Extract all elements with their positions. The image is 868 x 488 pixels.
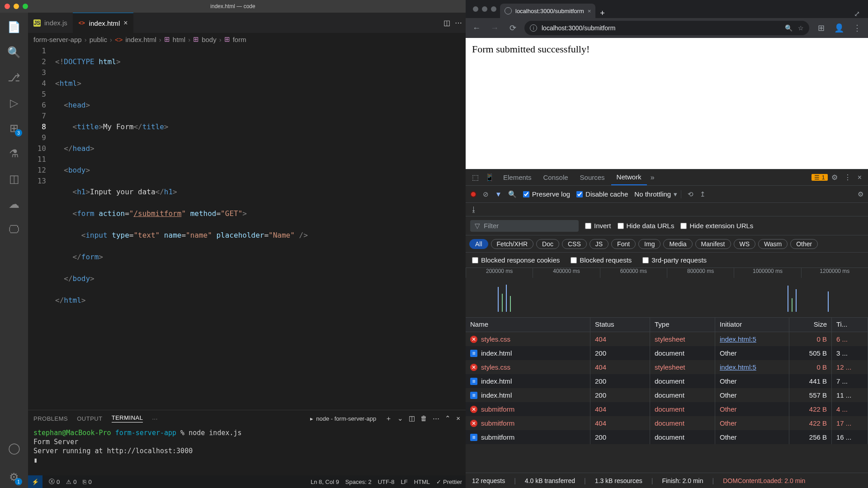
menu-icon[interactable]: ⋮ — [851, 23, 863, 33]
type-filter-other[interactable]: Other — [790, 239, 818, 249]
col-type[interactable]: Type — [650, 318, 715, 332]
table-row[interactable]: ✕submitform404documentOther422 B4 ... — [466, 402, 868, 416]
bookmark-icon[interactable]: ☆ — [798, 24, 804, 32]
network-conditions-icon[interactable]: ⟲ — [688, 190, 693, 198]
type-filter-js[interactable]: JS — [590, 239, 609, 249]
type-filter-all[interactable]: All — [469, 239, 488, 249]
table-row[interactable]: ≡index.html200documentOther557 B11 ... — [466, 388, 868, 402]
remote-indicator[interactable]: ⚡ — [28, 475, 42, 488]
database-icon[interactable]: ☁ — [3, 193, 25, 215]
settings-icon[interactable]: ⚙ — [829, 173, 840, 182]
download-icon[interactable]: ⭳ — [470, 206, 477, 214]
extensions-icon[interactable]: ⊞ — [815, 23, 827, 33]
encoding-info[interactable]: UTF-8 — [378, 479, 395, 485]
terminal-output[interactable]: stephan@MacBook-Pro form-server-app % no… — [28, 427, 466, 475]
type-filter-css[interactable]: CSS — [562, 239, 587, 249]
cursor-position[interactable]: Ln 8, Col 9 — [311, 479, 339, 485]
eol-info[interactable]: LF — [401, 479, 408, 485]
panel-tab-problems[interactable]: PROBLEMS — [33, 415, 68, 422]
code-content[interactable]: <!DOCTYPE html> <html> <head> <title>My … — [55, 46, 466, 410]
close-panel-icon[interactable]: × — [456, 414, 460, 423]
minimize-window-icon[interactable] — [14, 4, 19, 9]
col-size[interactable]: Size — [789, 318, 832, 332]
settings-icon[interactable]: ⚙1 — [3, 466, 25, 488]
hide-data-urls-checkbox[interactable]: Hide data URLs — [618, 222, 675, 230]
type-filter-img[interactable]: Img — [638, 239, 660, 249]
new-tab-button[interactable]: + — [595, 9, 609, 18]
errors-count[interactable]: ⓧ 0 — [49, 478, 60, 486]
type-filter-ws[interactable]: WS — [734, 239, 756, 249]
tab-index-html[interactable]: <> index.html × — [73, 13, 133, 33]
browser-tab[interactable]: localhost:3000/submitform × — [500, 4, 595, 18]
more-icon[interactable]: ⋯ — [433, 414, 439, 423]
table-row[interactable]: ≡index.html200documentOther441 B7 ... — [466, 374, 868, 388]
language-mode[interactable]: HTML — [414, 479, 430, 485]
third-party-checkbox[interactable]: 3rd-party requests — [642, 256, 707, 264]
run-debug-icon[interactable]: ▷ — [3, 92, 25, 114]
maximize-window-icon[interactable] — [491, 6, 496, 12]
minimize-window-icon[interactable] — [482, 6, 487, 12]
forward-button[interactable]: → — [488, 23, 501, 33]
disable-cache-checkbox[interactable]: Disable cache — [576, 190, 628, 198]
split-editor-icon[interactable]: ◫ — [443, 19, 450, 27]
more-tabs-icon[interactable]: » — [648, 174, 657, 182]
more-actions-icon[interactable]: ⋯ — [455, 19, 462, 27]
col-name[interactable]: Name — [466, 318, 590, 332]
breadcrumb-item[interactable]: index.html — [125, 36, 156, 43]
trash-icon[interactable]: 🗑 — [420, 414, 427, 423]
device-toggle-icon[interactable]: 📱 — [482, 173, 497, 182]
issues-badge[interactable]: ☰ 1 — [811, 174, 827, 181]
network-timeline[interactable]: 200000 ms400000 ms600000 ms800000 ms1000… — [466, 268, 868, 318]
table-header[interactable]: Name Status Type Initiator Size Ti... — [466, 318, 868, 332]
address-bar[interactable]: i localhost:3000/submitform 🔍 ☆ — [524, 21, 809, 35]
network-settings-icon[interactable]: ⚙ — [858, 190, 863, 198]
type-filter-font[interactable]: Font — [611, 239, 636, 249]
table-row[interactable]: ✕styles.css404stylesheetindex.html:50 B1… — [466, 360, 868, 374]
breadcrumb-item[interactable]: form-server-app — [33, 36, 82, 43]
extensions-icon[interactable]: ⊞3 — [3, 117, 25, 139]
terminal-selector[interactable]: ▸ node - form-server-app — [310, 415, 376, 422]
panel-tab-output[interactable]: OUTPUT — [77, 415, 102, 422]
close-window-icon[interactable] — [5, 4, 10, 9]
blocked-requests-checkbox[interactable]: Blocked requests — [571, 256, 632, 264]
code-editor[interactable]: 1234 5678 910111213 <!DOCTYPE html> <htm… — [28, 46, 466, 410]
breadcrumb-item[interactable]: form — [233, 36, 246, 43]
type-filter-media[interactable]: Media — [663, 239, 692, 249]
inspect-icon[interactable]: ⬚ — [469, 173, 481, 182]
warnings-count[interactable]: ⚠ 0 — [66, 479, 76, 485]
close-tab-icon[interactable]: × — [588, 8, 591, 14]
tab-sources[interactable]: Sources — [575, 169, 610, 185]
tab-index-js[interactable]: JS index.js — [28, 13, 73, 33]
hide-ext-urls-checkbox[interactable]: Hide extension URLs — [680, 222, 753, 230]
throttling-select[interactable]: No throttling ▾ — [634, 190, 681, 198]
source-control-icon[interactable]: ⎇ — [3, 67, 25, 89]
invert-checkbox[interactable]: Invert — [585, 222, 611, 230]
record-button[interactable] — [470, 191, 476, 197]
import-icon[interactable]: ↥ — [700, 190, 706, 198]
split-terminal-icon[interactable]: ◫ — [409, 414, 415, 423]
type-filter-doc[interactable]: Doc — [536, 239, 559, 249]
ports-count[interactable]: ⎘ 0 — [83, 479, 91, 485]
table-row[interactable]: ≡index.html200documentOther505 B3 ... — [466, 346, 868, 360]
expand-icon[interactable]: ⤢ — [849, 9, 864, 18]
site-info-icon[interactable]: i — [530, 24, 537, 32]
mac-traffic-lights[interactable] — [469, 6, 500, 12]
col-time[interactable]: Ti... — [832, 318, 868, 332]
zoom-icon[interactable]: 🔍 — [785, 24, 793, 32]
tab-console[interactable]: Console — [538, 169, 574, 185]
chevron-up-icon[interactable]: ⌃ — [445, 414, 451, 423]
search-icon[interactable]: 🔍 — [508, 190, 517, 198]
col-status[interactable]: Status — [590, 318, 650, 332]
panel-tab-terminal[interactable]: TERMINAL — [112, 414, 143, 422]
prettier-status[interactable]: ✓ Prettier — [436, 479, 462, 485]
close-window-icon[interactable] — [473, 6, 478, 12]
type-filter-fetch/xhr[interactable]: Fetch/XHR — [491, 239, 533, 249]
reload-button[interactable]: ⟳ — [506, 23, 519, 33]
search-icon[interactable]: 🔍 — [3, 42, 25, 63]
breadcrumbs[interactable]: form-server-app› public› <> index.html› … — [28, 33, 466, 46]
breadcrumb-item[interactable]: public — [90, 36, 107, 43]
filter-toggle-icon[interactable]: ▼ — [495, 190, 502, 198]
profile-icon[interactable]: 👤 — [833, 23, 845, 33]
blocked-cookies-checkbox[interactable]: Blocked response cookies — [472, 256, 560, 264]
table-row[interactable]: ✕styles.css404stylesheetindex.html:50 B6… — [466, 332, 868, 346]
